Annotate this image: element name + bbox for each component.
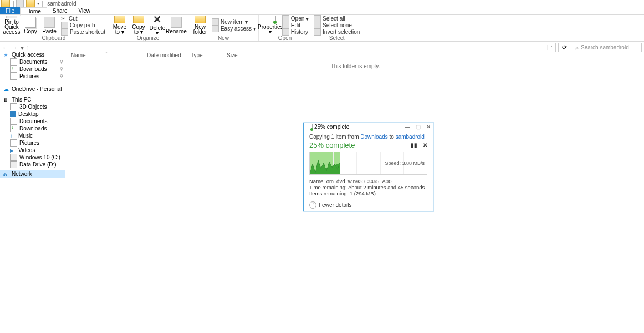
col-name[interactable]: Name˄ [67,52,142,58]
tree-c-drive[interactable]: Windows 10 (C:) [0,154,65,161]
dialog-minimize-button[interactable]: — [405,124,410,130]
tree-d-drive[interactable]: Data Drive (D:) [0,161,65,168]
tree-pictures[interactable]: Pictures [0,139,65,147]
tree-pictures-label: Pictures [19,140,39,146]
select-all-button[interactable]: Select all [314,15,360,22]
copy-source-link[interactable]: Downloads [360,134,387,140]
tab-share[interactable]: Share [47,7,73,14]
tree-music[interactable]: Music [0,132,65,139]
star-icon [3,52,9,58]
drive-icon [10,161,17,168]
titlebar: | ▾ | sambadroid [0,0,644,7]
delete-button[interactable]: ✕Delete ▾ [148,16,167,34]
open-button[interactable]: Open ▾ [282,15,309,22]
copy-path-button[interactable]: Copy path [61,22,105,28]
properties-button[interactable]: Properties ▾ [261,16,280,34]
copy-to-button[interactable]: Copy to ▾ [129,16,148,34]
easy-access-icon [212,25,219,32]
tab-home[interactable]: Home [20,7,47,16]
tree-qa-documents-label: Documents [19,59,48,65]
edit-label: Edit [291,22,300,28]
picture-icon [10,73,17,80]
qat-properties-icon[interactable] [16,0,24,7]
tree-documents[interactable]: Documents [0,118,65,125]
invert-selection-icon [314,28,321,36]
detail-time-value: About 2 minutes and 45 seconds [348,184,425,190]
copy-speed-text: Speed: 3.88 MB/s [385,160,425,166]
tree-network[interactable]: Network [0,170,65,178]
cut-icon: ✂ [61,16,67,22]
easy-access-button[interactable]: Easy access ▾ [212,25,256,32]
edit-button[interactable]: Edit [282,22,309,28]
new-folder-label: New folder [193,24,207,34]
qat-separator-2: | [42,1,44,7]
nav-history-button[interactable]: ▾ [21,44,24,52]
copy-details: Name: om_dvd_win930_3465_A00 Time remain… [309,178,427,196]
select-none-button[interactable]: Select none [314,22,360,28]
tree-qa-pictures[interactable]: Pictures⚲ [0,73,65,80]
paste-button[interactable]: Paste [40,16,59,34]
paste-shortcut-button[interactable]: Paste shortcut [61,28,105,35]
copy-label: Copy [24,29,37,34]
col-date[interactable]: Date modified [142,52,186,58]
tree-downloads[interactable]: Downloads [0,125,65,132]
move-to-button[interactable]: Move to ▾ [110,16,129,34]
copy-button[interactable]: Copy [21,16,40,34]
graph-speed-line [310,152,343,174]
copy-prefix: Copying 1 item from [309,134,360,140]
tree-videos[interactable]: Videos [0,147,65,154]
tree-3d-objects[interactable]: 3D Objects [0,103,65,110]
tree-qa-documents[interactable]: Documents⚲ [0,58,65,65]
tree-3d-objects-label: 3D Objects [19,104,47,110]
network-icon [3,171,9,177]
qat-newfolder-icon[interactable] [26,0,35,8]
paste-shortcut-label: Paste shortcut [70,29,105,35]
tab-file[interactable]: File [0,7,20,14]
col-type[interactable]: Type [186,52,222,58]
graph-gridline [380,152,381,174]
move-to-icon [114,16,125,23]
copy-cancel-button[interactable]: ✕ [423,142,427,148]
open-label: Open ▾ [291,16,309,22]
group-new: New folder New item ▾ Easy access ▾ New [188,15,259,41]
tree-quick-access-label: Quick access [12,52,44,58]
history-button[interactable]: History [282,28,309,35]
nav-forward-button[interactable]: → [11,44,18,52]
select-all-label: Select all [323,16,345,22]
qat-separator: | [13,1,14,7]
new-folder-button[interactable]: New folder [191,16,209,34]
delete-icon: ✕ [152,14,162,24]
drive-icon [10,154,17,161]
copy-dest-link[interactable]: sambadroid [396,134,425,140]
move-to-label: Move to ▾ [113,24,126,34]
copy-pause-button[interactable]: ▮▮ [411,142,417,148]
new-item-button[interactable]: New item ▾ [212,18,256,25]
col-size[interactable]: Size [222,52,249,58]
folder-icon [1,0,10,8]
nav-back-button[interactable]: ← [2,44,9,52]
tree-network-label: Network [12,171,32,177]
tree-onedrive[interactable]: OneDrive - Personal [0,85,65,93]
tree-desktop[interactable]: Desktop [0,110,65,118]
fewer-details-button[interactable]: ˄ Fewer details [309,201,351,209]
group-clipboard-label: Clipboard [0,35,108,41]
download-icon [10,65,17,73]
rename-icon [171,17,182,28]
qat-customize-button[interactable]: ▾ [37,1,39,6]
group-open-label: Open [259,35,311,41]
fewer-details-label: Fewer details [319,202,351,208]
tree-qa-downloads[interactable]: Downloads⚲ [0,65,65,73]
rename-button[interactable]: Rename [167,16,186,34]
copy-path-label: Copy path [70,22,95,28]
pin-to-quick-access-button[interactable]: Pin to Quick access [2,16,21,34]
tree-this-pc[interactable]: This PC [0,96,65,103]
invert-selection-button[interactable]: Invert selection [314,28,360,35]
address-dropdown-button[interactable]: ˅ [547,45,555,50]
dialog-maximize-button[interactable]: ▢ [416,124,421,130]
tree-quick-access[interactable]: Quick access [0,51,65,58]
pin-icon: ⚲ [60,59,63,64]
cut-button[interactable]: ✂Cut [61,15,105,22]
dialog-close-button[interactable]: ✕ [426,124,431,130]
tab-view[interactable]: View [73,7,96,14]
tree-desktop-label: Desktop [18,111,39,117]
